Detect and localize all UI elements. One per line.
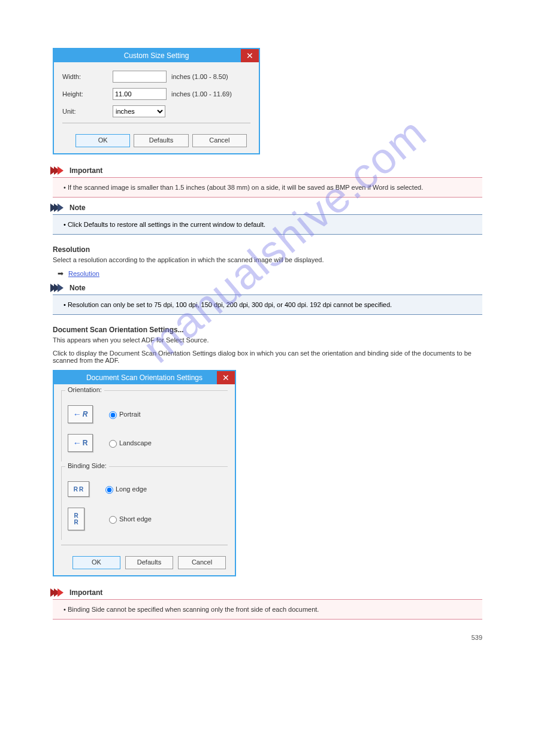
cancel-button[interactable]: Cancel	[192, 134, 247, 147]
resolution-link[interactable]: Resolution	[68, 270, 99, 277]
resolution-term: Resolution	[53, 245, 482, 254]
height-range: inches (1.00 - 11.69)	[171, 90, 232, 98]
dialog-title-bar: Document Scan Orientation Settings ✕	[54, 371, 235, 384]
dialog-title: Custom Size Setting	[124, 51, 189, 60]
orientation-def2: Click to display the Document Scan Orien…	[53, 350, 482, 364]
orientation-def1: This appears when you select ADF for Sel…	[53, 336, 482, 344]
page-number: 539	[53, 634, 482, 641]
height-label: Height:	[62, 90, 113, 98]
portrait-icon: ←R	[68, 405, 93, 423]
dialog-title-bar: Custom Size Setting ✕	[54, 49, 259, 62]
orientation-dialog: Document Scan Orientation Settings ✕ Ori…	[53, 370, 236, 576]
long-edge-icon: RR	[68, 481, 89, 497]
note-label: Note	[69, 284, 86, 292]
resolution-def: Select a resolution according to the app…	[53, 256, 482, 263]
close-button[interactable]: ✕	[241, 49, 259, 62]
note-banner: Click Defaults to restore all settings i…	[53, 214, 482, 235]
important-label: Important	[69, 588, 102, 597]
defaults-button[interactable]: Defaults	[134, 134, 188, 147]
important-text: If the scanned image is smaller than 1.5…	[64, 184, 471, 191]
unit-select[interactable]: inches	[113, 105, 165, 117]
unit-label: Unit:	[62, 108, 113, 115]
binding-group-label: Binding Side:	[65, 462, 109, 469]
note-banner: Resolution can only be set to 75 dpi, 10…	[53, 294, 482, 315]
note-label: Note	[69, 204, 86, 212]
defaults-button[interactable]: Defaults	[125, 556, 173, 569]
width-input[interactable]	[113, 71, 167, 83]
short-edge-radio[interactable]: Short edge	[106, 514, 152, 524]
long-edge-radio[interactable]: Long edge	[102, 484, 147, 494]
important-banner: Binding Side cannot be specified when sc…	[53, 599, 482, 620]
landscape-radio[interactable]: Landscape	[106, 438, 152, 448]
important-label: Important	[69, 166, 102, 175]
custom-size-dialog: Custom Size Setting ✕ Width: inches (1.0…	[53, 48, 260, 154]
ok-button[interactable]: OK	[75, 134, 130, 147]
note-text: Click Defaults to restore all settings i…	[64, 221, 471, 228]
arrow-icon: ➡	[58, 269, 64, 278]
chevron-icon	[53, 204, 64, 212]
orientation-group-label: Orientation:	[65, 386, 104, 393]
orientation-term: Document Scan Orientation Settings...	[53, 326, 482, 334]
chevron-icon	[53, 284, 64, 292]
landscape-icon: ←R	[68, 434, 93, 452]
note-text: Resolution can only be set to 75 dpi, 10…	[64, 301, 471, 308]
width-label: Width:	[62, 73, 113, 80]
ok-button[interactable]: OK	[72, 556, 120, 569]
close-button[interactable]: ✕	[217, 371, 235, 384]
dialog-title: Document Scan Orientation Settings	[86, 374, 202, 382]
cancel-button[interactable]: Cancel	[178, 556, 226, 569]
height-input[interactable]	[113, 88, 167, 100]
chevron-icon	[53, 588, 64, 597]
chevron-icon	[53, 166, 64, 175]
portrait-radio[interactable]: Portrait	[106, 409, 140, 419]
important-banner: If the scanned image is smaller than 1.5…	[53, 177, 482, 198]
important-text: Binding Side cannot be specified when sc…	[64, 606, 471, 613]
short-edge-icon: RR	[68, 508, 84, 530]
width-range: inches (1.00 - 8.50)	[171, 73, 228, 80]
